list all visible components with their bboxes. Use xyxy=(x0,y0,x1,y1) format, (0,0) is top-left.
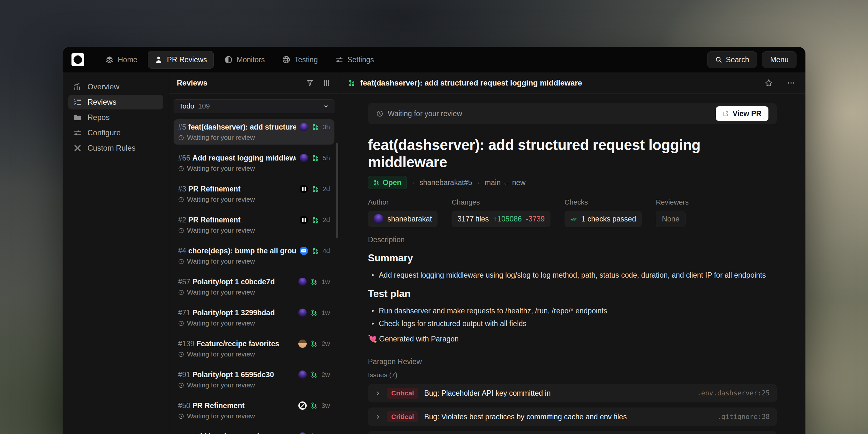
review-status-banner: Waiting for your review View PR xyxy=(368,103,777,124)
avatar xyxy=(300,216,308,224)
menu-button-label: Menu xyxy=(770,56,788,64)
layers-icon xyxy=(105,56,114,64)
pull-request-icon xyxy=(373,180,379,186)
avatar xyxy=(299,401,307,410)
additions-count: +105086 xyxy=(493,215,522,223)
reviewers-pill: None xyxy=(656,211,685,227)
pr-detail-scroll: Waiting for your review View PR feat(das… xyxy=(339,93,805,434)
pull-request-icon xyxy=(310,340,317,347)
sidebar-item-configure[interactable]: Configure xyxy=(68,125,163,140)
funnel-icon xyxy=(306,80,313,87)
nav-item-settings[interactable]: Settings xyxy=(329,51,380,68)
nav-item-monitors[interactable]: Monitors xyxy=(218,51,271,68)
avatar xyxy=(374,214,383,224)
testplan-bullet: Run dashserver and make requests to /hea… xyxy=(368,306,777,316)
pr-ref: shanebarakat#5 xyxy=(419,178,472,187)
description-label: Description xyxy=(368,236,777,244)
app-window: Home PR Reviews Monitors Testing Setting… xyxy=(63,47,805,434)
review-list-item[interactable]: #57 Polarity/opt 1 c0bcde7d 1w Waiting f… xyxy=(174,274,335,299)
sidebar-item-repos[interactable]: Repos xyxy=(68,110,163,125)
search-button[interactable]: Search xyxy=(707,51,757,68)
content-area: Overview 12 Reviews Repos Configure Cust… xyxy=(63,72,805,434)
chevron-right-icon xyxy=(375,414,381,420)
review-list-item[interactable]: #5 feat(dashserver): add structured requ… xyxy=(174,119,335,145)
pr-title: Polarity/opt 1 6595dc30 xyxy=(192,371,274,379)
issue-row[interactable]: Critical Bug: Violates best practices by… xyxy=(368,407,777,426)
clock-icon xyxy=(178,413,184,419)
sidebar-item-label: Reviews xyxy=(87,98,117,106)
app-logo[interactable] xyxy=(71,53,84,66)
sidebar-item-overview[interactable]: Overview xyxy=(68,80,163,94)
review-list-item[interactable]: #2 PR Refinement 2d Waiting for your rev… xyxy=(174,212,335,238)
changes-label: Changes xyxy=(452,198,550,207)
review-list-item[interactable]: #66 Add request logging middleware to r…… xyxy=(174,150,335,176)
reviewers-value: None xyxy=(662,215,679,223)
review-status: Waiting for your review xyxy=(187,319,255,327)
issue-row[interactable]: High Bug: Accidental commit of numerous … xyxy=(368,431,777,434)
pull-request-icon xyxy=(310,278,317,285)
issue-row[interactable]: Critical Bug: Placeholder API key commit… xyxy=(368,384,777,402)
author-column: Author shanebarakat xyxy=(368,198,437,227)
clock-icon xyxy=(178,258,184,265)
view-pr-button[interactable]: View PR xyxy=(716,106,769,121)
nav-item-testing[interactable]: Testing xyxy=(276,51,324,68)
time-ago: 2w xyxy=(321,340,330,347)
time-ago: 1w xyxy=(321,278,330,286)
pr-state-badge: Open xyxy=(368,176,407,189)
severity-badge: Critical xyxy=(387,411,418,422)
review-list-item[interactable]: #91 Polarity/opt 1 6595dc30 2w Waiting f… xyxy=(174,367,335,392)
pull-request-icon xyxy=(348,80,355,87)
avatar xyxy=(299,309,307,317)
pr-number: #50 xyxy=(178,401,190,410)
nav-item-home[interactable]: Home xyxy=(99,51,144,68)
nav-item-pr-reviews[interactable]: PR Reviews xyxy=(148,51,213,68)
time-ago: 1w xyxy=(321,309,330,316)
review-list-item[interactable]: #71 Polarity/opt 1 3299bdad 1w Waiting f… xyxy=(174,305,335,330)
primary-nav: Home PR Reviews Monitors Testing Setting… xyxy=(99,51,380,68)
external-link-icon xyxy=(723,111,729,117)
review-status: Waiting for your review xyxy=(187,288,255,296)
testplan-bullet: Check logs for structured output with al… xyxy=(368,319,777,329)
changes-column: Changes 3177 files +105086 -3739 xyxy=(452,198,550,227)
time-ago: 5h xyxy=(322,154,330,162)
avatar xyxy=(299,432,307,434)
sidebar-item-label: Overview xyxy=(87,82,119,91)
review-list-item[interactable]: #50 PR Refinement 3w Waiting for your re… xyxy=(174,398,335,423)
review-list-item[interactable]: #139 Feature/recipe favorites 2w Waiting… xyxy=(174,336,335,361)
filter-button[interactable] xyxy=(305,78,315,88)
status-filter-select[interactable]: Todo 109 xyxy=(174,99,335,113)
pr-title: feat(dashserver): add structured request… xyxy=(368,136,777,171)
search-icon xyxy=(715,56,722,63)
summary-bullet: Add request logging middleware using log… xyxy=(368,270,777,280)
more-actions-button[interactable] xyxy=(786,78,797,88)
sidebar-item-reviews[interactable]: 12 Reviews xyxy=(68,95,163,110)
issues-list: Critical Bug: Placeholder API key commit… xyxy=(368,384,777,434)
pull-request-icon xyxy=(310,402,317,409)
search-button-label: Search xyxy=(726,56,749,64)
adjustments-button[interactable] xyxy=(322,78,331,88)
pull-request-icon xyxy=(310,309,317,316)
menu-button[interactable]: Menu xyxy=(762,51,797,68)
testplan-heading: Test plan xyxy=(368,288,777,300)
sidebar-item-custom-rules[interactable]: Custom Rules xyxy=(68,141,163,155)
review-list-item[interactable]: #4 chore(deps): bump the all group acros… xyxy=(174,243,335,268)
issue-location: .env.dashserver:25 xyxy=(697,389,770,397)
pr-info-grid: Author shanebarakat Changes 3177 files +… xyxy=(368,198,777,227)
pr-title: PR Refinement xyxy=(188,185,241,193)
review-status: Waiting for your review xyxy=(187,381,255,389)
clock-icon xyxy=(178,351,184,358)
folder-icon xyxy=(73,113,82,122)
pr-title: Feature/recipe favorites xyxy=(196,340,280,348)
issue-location: .gitignore:38 xyxy=(717,413,770,421)
review-status: Waiting for your review xyxy=(187,165,255,172)
clock-icon xyxy=(178,166,184,172)
favorite-button[interactable] xyxy=(763,78,774,88)
status-filter-count: 109 xyxy=(198,102,210,111)
review-list-item[interactable]: #53 Add logging to recipes routes 3w Wai… xyxy=(174,429,335,434)
top-navbar: Home PR Reviews Monitors Testing Setting… xyxy=(63,47,805,72)
time-ago: 3w xyxy=(321,402,330,409)
pull-request-icon xyxy=(312,154,319,161)
scrollbar-thumb[interactable] xyxy=(336,143,338,238)
changes-pill: 3177 files +105086 -3739 xyxy=(452,211,550,227)
review-list-item[interactable]: #3 PR Refinement 2d Waiting for your rev… xyxy=(174,181,335,207)
